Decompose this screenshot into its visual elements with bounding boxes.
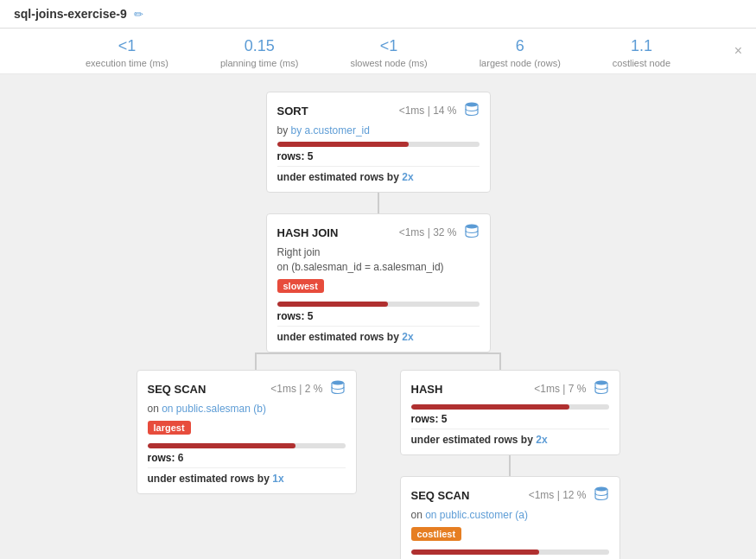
connector-hash-to-seqscan (509, 455, 511, 476)
hash-join-detail1: Right join (277, 246, 480, 258)
svg-point-1 (466, 224, 478, 228)
seq-scan-customer-progress-fill (411, 549, 540, 555)
seq-scan-salesman-progress-fill (148, 443, 296, 448)
sort-db-icon (464, 101, 480, 121)
seq-scan-customer-stats: <1ms | 12 % (529, 489, 587, 501)
seq-scan-customer-progress-bg (411, 549, 609, 555)
sort-node-stats: <1ms | 14 % (399, 105, 457, 117)
metric-planning-time: 0.15 planning time (ms) (220, 37, 298, 68)
seq-scan-salesman-type: SEQ SCAN (148, 383, 206, 396)
seq-scan-customer-db-icon (594, 486, 609, 505)
seq-scan-salesman-progress-bg (148, 443, 346, 448)
sort-node[interactable]: SORT <1ms | 14 % by by a.customer_id (266, 92, 491, 193)
execution-time-label: execution time (ms) (86, 58, 168, 68)
slowest-node-value: <1 (350, 37, 427, 56)
hash-node[interactable]: HASH <1ms | 7 % (400, 370, 620, 455)
slowest-node-label: slowest node (ms) (350, 58, 427, 68)
hash-join-progress-bg (277, 302, 480, 307)
hash-rows: rows: 5 (411, 413, 609, 425)
svg-point-2 (332, 380, 344, 384)
seq-scan-customer-node[interactable]: SEQ SCAN <1ms | 12 % (400, 476, 620, 559)
hash-under-estimated: under estimated rows by 2x (411, 429, 609, 446)
planning-time-label: planning time (ms) (220, 58, 298, 68)
page-title: sql-joins-exercise-9 (14, 7, 127, 21)
seq-scan-salesman-detail: on on public.salesman (b) (148, 403, 346, 415)
left-branch: SEQ SCAN <1ms | 2 % (137, 370, 357, 494)
seq-scan-customer-detail: on on public.customer (a) (411, 509, 609, 521)
metrics-bar: <1 execution time (ms) 0.15 planning tim… (0, 29, 756, 74)
costliest-node-label: costliest node (613, 58, 670, 68)
close-button[interactable]: × (734, 43, 742, 59)
seq-scan-salesman-header: SEQ SCAN <1ms | 2 % (148, 379, 346, 399)
sort-detail: by by a.customer_id (277, 124, 480, 137)
seq-scan-customer-type: SEQ SCAN (411, 489, 470, 502)
plan-container: SORT <1ms | 14 % by by a.customer_id (0, 74, 756, 559)
hash-join-rows: rows: 5 (277, 310, 480, 322)
branch-split-connector (255, 353, 501, 370)
hash-join-detail2: on (b.salesman_id = a.salesman_id) (277, 261, 480, 273)
metric-largest-node: 6 largest node (rows) (480, 37, 561, 68)
sort-node-type: SORT (277, 105, 308, 118)
hash-join-header: HASH JOIN <1ms | 32 % (277, 223, 480, 243)
svg-point-4 (595, 486, 607, 491)
hash-node-stats: <1ms | 7 % (534, 383, 586, 395)
edit-icon[interactable]: ✏ (134, 8, 143, 21)
sort-node-header: SORT <1ms | 14 % (277, 101, 480, 121)
sort-progress-bg (277, 142, 480, 147)
hash-progress-fill (411, 404, 569, 410)
right-branch: HASH <1ms | 7 % (400, 370, 620, 559)
seq-scan-salesman-node[interactable]: SEQ SCAN <1ms | 2 % (137, 370, 357, 494)
costliest-node-value: 1.1 (613, 37, 670, 56)
largest-badge: largest (148, 421, 191, 435)
slowest-badge: slowest (277, 279, 324, 293)
hash-join-type: HASH JOIN (277, 226, 339, 239)
planning-time-value: 0.15 (220, 37, 298, 56)
largest-node-value: 6 (480, 37, 561, 56)
svg-point-0 (466, 102, 478, 106)
hash-join-node[interactable]: HASH JOIN <1ms | 32 % Right join on (b.s… (266, 213, 491, 353)
seq-scan-salesman-under-estimated: under estimated rows by 1x (148, 467, 346, 485)
seq-scan-salesman-rows: rows: 6 (148, 452, 346, 464)
bottom-nodes: SEQ SCAN <1ms | 2 % (137, 370, 620, 559)
seq-scan-salesman-db-icon (330, 379, 346, 399)
seq-scan-customer-header: SEQ SCAN <1ms | 12 % (411, 486, 609, 505)
connector-sort-to-hashjoin (378, 193, 379, 213)
sort-rows: rows: 5 (277, 150, 480, 162)
sort-under-estimated: under estimated rows by 2x (277, 166, 480, 183)
hash-join-stats: <1ms | 32 % (399, 226, 457, 238)
hash-join-db-icon (464, 223, 480, 243)
hash-join-progress-fill (277, 302, 389, 307)
hash-node-type: HASH (411, 383, 443, 396)
metric-execution-time: <1 execution time (ms) (86, 37, 168, 68)
svg-point-3 (595, 380, 607, 384)
top-bar: sql-joins-exercise-9 ✏ (0, 0, 756, 29)
sort-progress-fill (277, 142, 409, 147)
hash-progress-bg (411, 404, 609, 410)
metric-costliest-node: 1.1 costliest node (613, 37, 670, 68)
hash-node-header: HASH <1ms | 7 % (411, 379, 609, 399)
execution-time-value: <1 (86, 37, 168, 56)
hash-join-under-estimated: under estimated rows by 2x (277, 326, 480, 343)
costliest-badge: costliest (411, 527, 462, 541)
largest-node-label: largest node (rows) (480, 58, 561, 68)
hash-db-icon (594, 379, 609, 399)
seq-scan-salesman-stats: <1ms | 2 % (270, 383, 322, 395)
metric-slowest-node: <1 slowest node (ms) (350, 37, 427, 68)
tree-wrapper: SORT <1ms | 14 % by by a.customer_id (26, 92, 730, 559)
